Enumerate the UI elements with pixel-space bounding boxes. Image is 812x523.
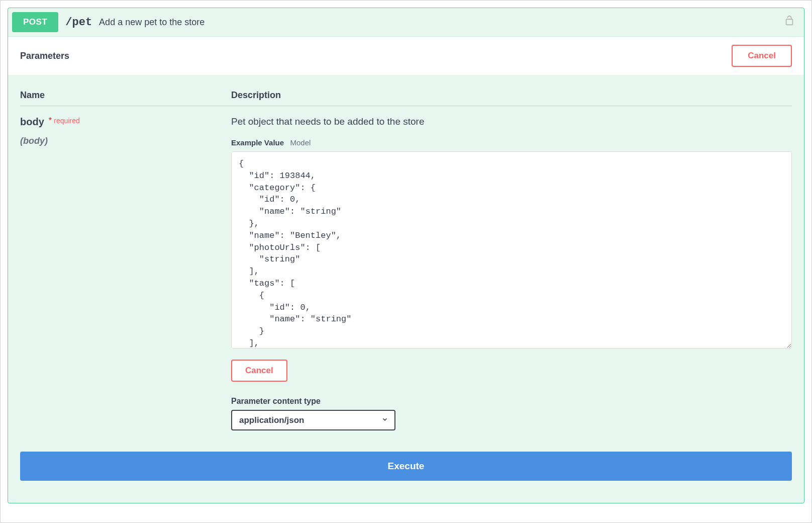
tab-example-value[interactable]: Example Value — [231, 138, 284, 147]
parameters-body: Name Description body * required (body) … — [8, 75, 804, 503]
parameters-title: Parameters — [20, 51, 69, 61]
param-description-text: Pet object that needs to be added to the… — [231, 116, 792, 127]
param-in: (body) — [20, 136, 231, 146]
param-row: body * required (body) Pet object that n… — [20, 116, 792, 430]
body-textarea[interactable] — [231, 151, 792, 348]
tab-model[interactable]: Model — [290, 138, 311, 147]
cancel-body-button[interactable]: Cancel — [231, 360, 287, 382]
param-table-header: Name Description — [20, 90, 792, 106]
unlock-icon[interactable] — [784, 15, 795, 29]
param-name: body — [20, 116, 44, 127]
column-header-name: Name — [20, 90, 231, 101]
execute-wrapper: Execute — [20, 452, 792, 493]
body-tabs: Example Value Model — [231, 138, 792, 147]
param-description-section: Pet object that needs to be added to the… — [231, 116, 792, 430]
operation-path: /pet — [65, 16, 92, 29]
execute-button[interactable]: Execute — [20, 452, 792, 481]
param-meta: body * required (body) — [20, 116, 231, 430]
required-star-icon: * — [46, 116, 52, 125]
content-type-select-wrapper: application/json — [231, 410, 395, 430]
http-method-badge: POST — [12, 12, 58, 32]
parameters-header: Parameters Cancel — [8, 36, 804, 75]
operation-block: POST /pet Add a new pet to the store Par… — [8, 8, 804, 503]
required-label: required — [54, 117, 79, 125]
cancel-button[interactable]: Cancel — [732, 45, 792, 67]
content-type-select[interactable]: application/json — [231, 410, 395, 430]
operation-summary-row[interactable]: POST /pet Add a new pet to the store — [8, 8, 804, 36]
column-header-description: Description — [231, 90, 792, 101]
content-type-label: Parameter content type — [231, 397, 792, 406]
operation-summary-text: Add a new pet to the store — [99, 17, 205, 28]
